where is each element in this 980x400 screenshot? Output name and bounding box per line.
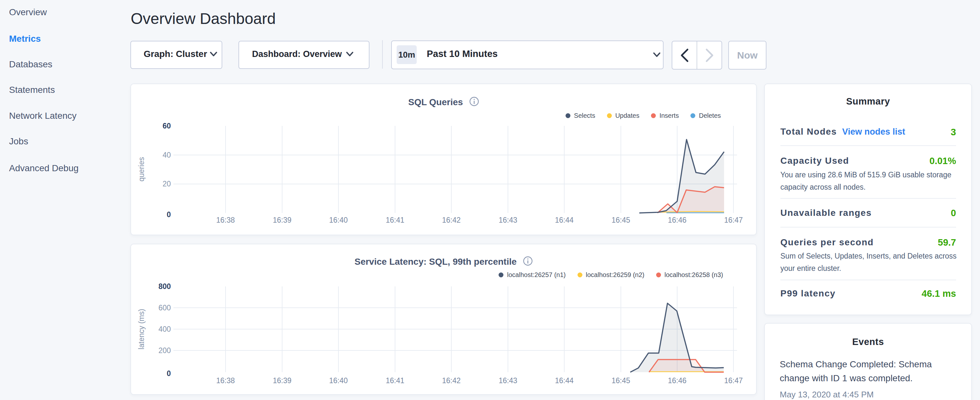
svg-text:0: 0 <box>167 210 171 219</box>
svg-text:16:47: 16:47 <box>724 376 743 385</box>
svg-text:600: 600 <box>159 304 171 312</box>
svg-text:16:43: 16:43 <box>499 216 517 224</box>
svg-text:0: 0 <box>167 369 171 378</box>
svg-text:400: 400 <box>159 325 171 333</box>
svg-text:16:38: 16:38 <box>216 216 235 224</box>
svg-text:16:47: 16:47 <box>724 216 743 224</box>
svg-text:16:38: 16:38 <box>216 376 235 385</box>
svg-text:16:42: 16:42 <box>442 216 461 224</box>
svg-text:40: 40 <box>162 151 171 159</box>
svg-text:20: 20 <box>162 180 171 188</box>
svg-text:60: 60 <box>162 122 171 130</box>
svg-text:800: 800 <box>159 282 171 291</box>
svg-text:16:41: 16:41 <box>386 376 404 385</box>
svg-text:16:45: 16:45 <box>611 376 630 385</box>
svg-text:16:44: 16:44 <box>555 216 574 224</box>
svg-text:200: 200 <box>159 346 171 355</box>
svg-text:16:39: 16:39 <box>273 376 291 385</box>
svg-text:16:46: 16:46 <box>668 216 687 224</box>
svg-text:16:43: 16:43 <box>499 376 517 385</box>
svg-text:16:44: 16:44 <box>555 376 574 385</box>
svg-text:latency (ms): latency (ms) <box>137 309 146 349</box>
svg-text:16:41: 16:41 <box>386 216 404 224</box>
svg-text:16:40: 16:40 <box>329 216 348 224</box>
svg-text:16:40: 16:40 <box>329 376 348 385</box>
svg-text:16:39: 16:39 <box>273 216 291 224</box>
svg-text:queries: queries <box>137 157 146 181</box>
svg-text:16:42: 16:42 <box>442 376 461 385</box>
svg-text:16:45: 16:45 <box>611 216 630 224</box>
svg-text:16:46: 16:46 <box>668 376 687 385</box>
